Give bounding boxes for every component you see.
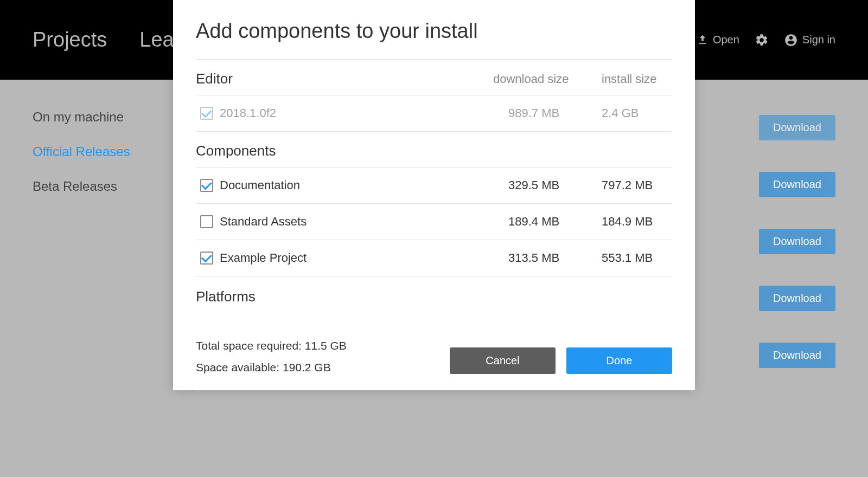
sidebar-item-official-releases[interactable]: Official Releases bbox=[33, 144, 174, 159]
add-components-modal: Add components to your install Editor do… bbox=[173, 0, 695, 390]
download-button[interactable]: Download bbox=[759, 286, 835, 311]
account-icon bbox=[784, 33, 798, 47]
download-button[interactable]: Download bbox=[759, 172, 835, 197]
components-section-label: Components bbox=[196, 132, 672, 167]
component-row-standard-assets: Standard Assets 189.4 MB 184.9 MB bbox=[196, 204, 672, 240]
open-label: Open bbox=[713, 34, 739, 46]
component-download-size: 189.4 MB bbox=[493, 215, 602, 229]
component-download-size: 329.5 MB bbox=[493, 178, 602, 192]
signin-button[interactable]: Sign in bbox=[784, 33, 835, 47]
component-download-size: 313.5 MB bbox=[493, 251, 602, 265]
component-row-documentation: Documentation 329.5 MB 797.2 MB bbox=[196, 167, 672, 204]
space-available: Space available: 190.2 GB bbox=[196, 361, 450, 374]
done-button[interactable]: Done bbox=[566, 347, 672, 374]
component-install-size: 797.2 MB bbox=[602, 178, 672, 192]
signin-label: Sign in bbox=[802, 34, 835, 46]
tab-projects[interactable]: Projects bbox=[33, 28, 107, 51]
editor-name: 2018.1.0f2 bbox=[220, 106, 276, 120]
sidebar-item-on-my-machine[interactable]: On my machine bbox=[33, 109, 174, 125]
gear-icon bbox=[755, 33, 769, 47]
topbar-actions: Open Sign in bbox=[697, 33, 835, 47]
component-row-example-project: Example Project 313.5 MB 553.1 MB bbox=[196, 240, 672, 276]
modal-footer: Total space required: 11.5 GB Space avai… bbox=[196, 337, 672, 374]
sidebar-item-beta-releases[interactable]: Beta Releases bbox=[33, 179, 174, 194]
space-required: Total space required: 11.5 GB bbox=[196, 339, 450, 352]
modal-title: Add components to your install bbox=[196, 20, 672, 60]
settings-button[interactable] bbox=[755, 33, 769, 47]
open-button[interactable]: Open bbox=[697, 34, 739, 46]
component-name: Example Project bbox=[220, 251, 307, 265]
editor-section-label: Editor bbox=[196, 70, 493, 87]
sidebar: On my machine Official Releases Beta Rel… bbox=[33, 109, 174, 368]
component-install-size: 553.1 MB bbox=[602, 251, 672, 265]
editor-checkbox[interactable] bbox=[200, 107, 213, 120]
platforms-section-label: Platforms bbox=[196, 276, 672, 311]
editor-install-size: 2.4 GB bbox=[602, 106, 672, 120]
component-checkbox[interactable] bbox=[200, 179, 213, 192]
component-name: Documentation bbox=[220, 178, 300, 192]
upload-icon bbox=[697, 34, 709, 46]
column-download-size: download size bbox=[493, 72, 602, 86]
cancel-button[interactable]: Cancel bbox=[450, 347, 556, 374]
download-button[interactable]: Download bbox=[759, 343, 835, 368]
component-checkbox[interactable] bbox=[200, 252, 213, 265]
component-name: Standard Assets bbox=[220, 215, 307, 229]
download-button[interactable]: Download bbox=[759, 229, 835, 254]
component-install-size: 184.9 MB bbox=[602, 215, 672, 229]
column-install-size: install size bbox=[602, 72, 672, 86]
editor-section-header: Editor download size install size bbox=[196, 60, 672, 95]
editor-download-size: 989.7 MB bbox=[493, 106, 602, 120]
editor-row: 2018.1.0f2 989.7 MB 2.4 GB bbox=[196, 95, 672, 132]
download-button[interactable]: Download bbox=[759, 115, 835, 140]
component-checkbox[interactable] bbox=[200, 215, 213, 228]
